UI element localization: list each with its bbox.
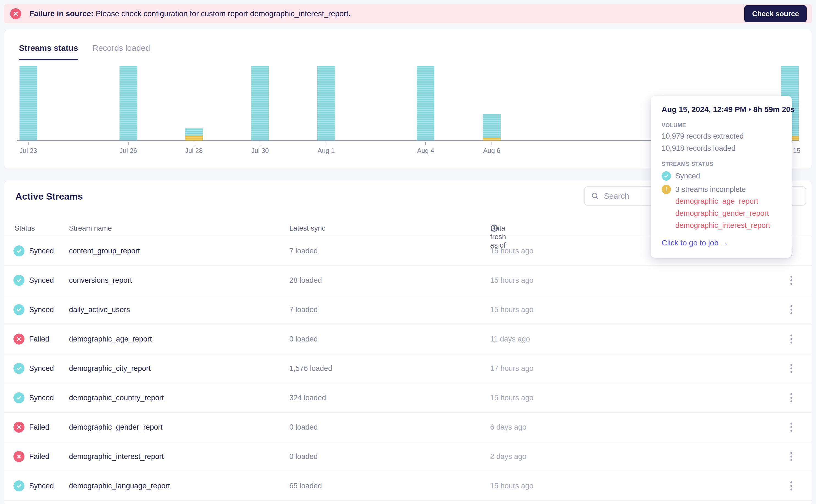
tooltip-title: Aug 15, 2024, 12:49 PM • 8h 59m 20s xyxy=(662,105,782,114)
incomplete-stream-link[interactable]: demographic_gender_report xyxy=(675,207,782,219)
data-fresh-value: 2 days ago xyxy=(490,452,526,461)
incomplete-stream-link[interactable]: demographic_age_report xyxy=(675,195,782,207)
status-label: Failed xyxy=(29,423,49,432)
x-axis-label: Jul 23 xyxy=(19,147,37,155)
table-row: Faileddemographic_gender_report0 loaded6… xyxy=(4,413,812,442)
data-fresh-value: 15 hours ago xyxy=(490,306,533,314)
go-to-job-link[interactable]: Click to go to job → xyxy=(662,239,728,247)
chart-tabs: Streams status Records loaded xyxy=(19,43,150,60)
data-fresh-value: 11 days ago xyxy=(490,335,530,343)
x-axis-label: Jul 26 xyxy=(119,147,137,155)
latest-sync-value: 1,576 loaded xyxy=(289,364,332,373)
incomplete-streams-list: demographic_age_reportdemographic_gender… xyxy=(675,195,782,231)
x-axis-label: Aug 6 xyxy=(483,147,500,155)
status-label: Failed xyxy=(29,452,49,461)
tooltip-synced-label: Synced xyxy=(675,172,700,180)
data-fresh-value: 6 days ago xyxy=(490,423,526,432)
synced-check-icon xyxy=(13,275,24,286)
data-fresh-value: 15 hours ago xyxy=(490,482,533,490)
synced-check-icon xyxy=(13,304,24,315)
tab-streams-status[interactable]: Streams status xyxy=(19,43,78,60)
row-actions-menu[interactable] xyxy=(789,480,794,492)
tooltip-streams-status-label: STREAMS STATUS xyxy=(662,161,782,167)
synced-check-icon xyxy=(13,480,24,491)
synced-check-icon xyxy=(662,171,671,181)
tooltip-incomplete-row: ! 3 streams incomplete xyxy=(662,185,782,194)
column-header-data-fresh: Data fresh as of xyxy=(490,224,498,232)
error-banner-message: Failure in source: Please check configur… xyxy=(29,9,351,18)
data-fresh-value: 17 hours ago xyxy=(490,364,533,373)
tooltip-records-extracted: 10,979 records extracted xyxy=(662,132,782,141)
synced-check-icon xyxy=(13,245,24,256)
error-banner: Failure in source: Please check configur… xyxy=(4,4,812,23)
row-actions-menu[interactable] xyxy=(789,274,794,287)
column-header-stream-name: Stream name xyxy=(69,224,112,233)
tab-records-loaded[interactable]: Records loaded xyxy=(92,43,150,60)
x-axis-label: Jul 28 xyxy=(185,147,202,155)
status-label: Synced xyxy=(29,306,54,314)
stream-name: conversions_report xyxy=(69,276,132,285)
data-fresh-value: 15 hours ago xyxy=(490,276,533,285)
x-axis-tick xyxy=(194,142,194,145)
latest-sync-value: 7 loaded xyxy=(289,247,318,255)
stream-name: demographic_city_report xyxy=(69,364,150,373)
row-actions-menu[interactable] xyxy=(789,362,794,375)
status-label: Synced xyxy=(29,276,54,285)
data-fresh-value: 15 hours ago xyxy=(490,247,533,255)
search-icon xyxy=(591,192,599,200)
row-actions-menu[interactable] xyxy=(789,304,794,316)
status-label: Synced xyxy=(29,482,54,490)
row-actions-menu[interactable] xyxy=(789,421,794,433)
column-header-latest-sync: Latest sync xyxy=(289,224,326,233)
stream-name: demographic_language_report xyxy=(69,482,170,490)
x-axis-label: Aug 1 xyxy=(318,147,335,155)
stream-name: daily_active_users xyxy=(69,306,130,314)
status-label: Synced xyxy=(29,394,54,402)
error-banner-message-bold: Failure in source: xyxy=(29,9,93,18)
incomplete-stream-link[interactable]: demographic_interest_report xyxy=(675,219,782,231)
check-source-button[interactable]: Check source xyxy=(744,5,807,22)
row-actions-menu[interactable] xyxy=(789,450,794,463)
tooltip-incomplete-label: 3 streams incomplete xyxy=(675,185,746,194)
x-axis-tick xyxy=(425,142,426,145)
data-fresh-value: 15 hours ago xyxy=(490,394,533,402)
table-row: Synceddemographic_language_report65 load… xyxy=(4,471,812,501)
table-row: Faileddemographic_age_report0 loaded11 d… xyxy=(4,324,812,354)
row-actions-menu[interactable] xyxy=(789,333,794,345)
stream-name: demographic_gender_report xyxy=(69,423,163,432)
table-row: Faileddemographic_interest_report0 loade… xyxy=(4,442,812,471)
stream-name: demographic_age_report xyxy=(69,335,152,343)
status-label: Synced xyxy=(29,247,54,255)
latest-sync-value: 28 loaded xyxy=(289,276,322,285)
latest-sync-value: 0 loaded xyxy=(289,423,318,432)
x-axis-tick xyxy=(260,142,260,145)
latest-sync-value: 324 loaded xyxy=(289,394,326,402)
column-header-status: Status xyxy=(15,224,35,233)
latest-sync-value: 0 loaded xyxy=(289,335,318,343)
x-axis-tick xyxy=(128,142,128,145)
stream-name: demographic_country_report xyxy=(69,394,164,402)
latest-sync-value: 65 loaded xyxy=(289,482,322,490)
x-axis-tick xyxy=(28,142,29,145)
x-axis-label: Jul 30 xyxy=(251,147,269,155)
tooltip-records-loaded: 10,918 records loaded xyxy=(662,144,782,153)
synced-check-icon xyxy=(13,392,24,403)
latest-sync-value: 0 loaded xyxy=(289,452,318,461)
x-axis-tick xyxy=(326,142,326,145)
sync-tooltip: Aug 15, 2024, 12:49 PM • 8h 59m 20s VOLU… xyxy=(651,96,792,258)
failed-x-icon xyxy=(13,334,24,345)
table-row: Syncedconversions_report28 loaded15 hour… xyxy=(4,266,812,295)
row-actions-menu[interactable] xyxy=(789,392,794,404)
table-row: Synceddemographic_city_report1,576 loade… xyxy=(4,354,812,383)
table-row: Synceddaily_active_users7 loaded15 hours… xyxy=(4,295,812,324)
failed-x-icon xyxy=(13,451,24,462)
table-row: Synceddemographic_country_report324 load… xyxy=(4,383,812,413)
stream-name: demographic_interest_report xyxy=(69,452,164,461)
tooltip-synced-row: Synced xyxy=(662,171,782,181)
active-streams-title: Active Streams xyxy=(15,191,83,202)
status-label: Failed xyxy=(29,335,49,343)
status-label: Synced xyxy=(29,364,54,373)
x-axis-label: Aug 4 xyxy=(417,147,434,155)
stream-name: content_group_report xyxy=(69,247,140,255)
x-axis-tick xyxy=(491,142,492,145)
